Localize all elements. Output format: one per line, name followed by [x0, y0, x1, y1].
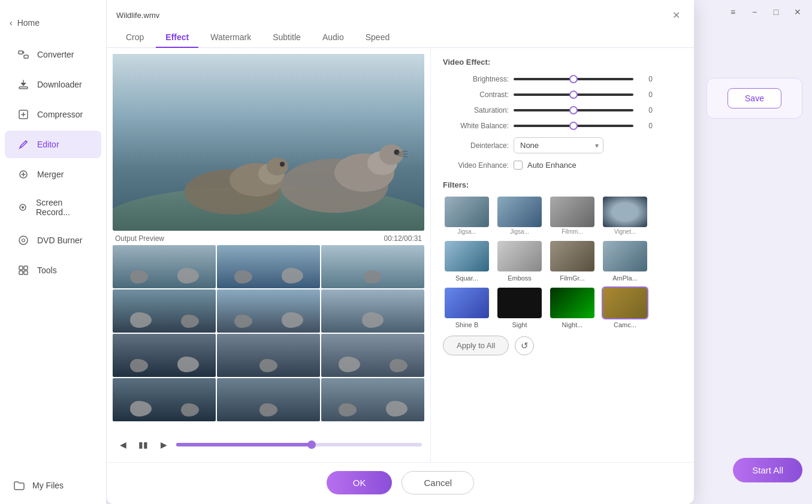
filter-item-emboss[interactable]: Emboss [496, 240, 544, 282]
svg-rect-11 [19, 271, 23, 274]
filter-thumb-ampla [602, 240, 648, 273]
thumb-cell[interactable] [113, 334, 216, 377]
filter-item-camcorder[interactable]: Camc... [601, 286, 649, 328]
white-balance-slider[interactable] [514, 125, 633, 127]
saturation-slider[interactable] [514, 109, 633, 111]
filter-thumb-square [443, 240, 490, 273]
sidebar-item-dvd-burner[interactable]: DVD Burner [5, 227, 101, 254]
filter-item-ampla[interactable]: AmPla... [601, 240, 649, 282]
menu-icon-button[interactable]: ≡ [725, 4, 741, 20]
sidebar-item-label: Editor [37, 140, 59, 149]
sidebar: ‹ Home Converter Downloader Compressor E… [0, 0, 107, 504]
sidebar-item-editor[interactable]: Editor [5, 131, 101, 158]
main-dialog: Wildlife.wmv ✕ Crop Effect Watermark Sub… [107, 0, 694, 504]
sidebar-home-label: Home [17, 18, 40, 28]
filter-thumb-jigsaw2 [496, 195, 543, 228]
dialog-close-button[interactable]: ✕ [668, 7, 684, 23]
filter-item-jigsaw1[interactable]: Jigsa... [443, 195, 491, 235]
sidebar-item-downloader[interactable]: Downloader [5, 71, 101, 98]
close-window-button[interactable]: ✕ [789, 4, 806, 20]
cancel-button[interactable]: Cancel [402, 471, 474, 494]
filter-name-shineb: Shine B [455, 321, 479, 328]
thumb-cell[interactable] [113, 245, 216, 288]
filter-thumb-jigsaw1 [443, 195, 490, 228]
filter-thumb-filmmill [549, 195, 596, 228]
video-thumbnails [113, 245, 424, 433]
svg-rect-10 [24, 266, 28, 270]
video-controls: ◀ ▮▮ ▶ [113, 433, 424, 456]
pause-button[interactable]: ▮▮ [135, 437, 151, 452]
thumb-cell[interactable] [217, 334, 320, 377]
sidebar-item-tools[interactable]: Tools [5, 256, 101, 284]
brightness-slider[interactable] [514, 78, 633, 80]
thumb-cell[interactable] [321, 334, 424, 377]
sidebar-item-label: Downloader [37, 80, 82, 89]
filter-item-night[interactable]: Night... [548, 286, 596, 328]
deinterlace-select[interactable]: None Bob Weave Blend [514, 137, 603, 153]
tab-subtitle[interactable]: Subtitle [263, 28, 310, 48]
svg-rect-12 [24, 271, 28, 274]
progress-fill [176, 443, 312, 446]
converter-icon [17, 48, 30, 61]
filter-item-filmgrain[interactable]: FilmGr... [548, 240, 596, 282]
contrast-slider[interactable] [514, 93, 633, 96]
sidebar-item-converter[interactable]: Converter [5, 41, 101, 68]
thumb-row-4 [113, 378, 424, 421]
start-all-button[interactable]: Start All [733, 458, 802, 482]
dialog-tabs: Crop Effect Watermark Subtitle Audio Spe… [107, 24, 694, 48]
tools-icon [17, 264, 30, 277]
tab-crop[interactable]: Crop [116, 28, 153, 48]
filter-item-filmmill[interactable]: Filmm... [548, 195, 596, 235]
brightness-row: Brightness: 0 [443, 75, 682, 83]
filter-item-square[interactable]: Squar... [443, 240, 491, 282]
thumb-cell[interactable] [113, 378, 216, 421]
filter-name-vignette: Vignet... [602, 228, 648, 235]
thumb-cell[interactable] [217, 245, 320, 288]
tab-audio[interactable]: Audio [313, 28, 354, 48]
sidebar-item-merger[interactable]: Merger [5, 161, 101, 188]
minimize-button[interactable]: − [746, 4, 763, 20]
saturation-label: Saturation: [443, 106, 509, 114]
tab-speed[interactable]: Speed [356, 28, 399, 48]
filter-name-filmgrain: FilmGr... [560, 274, 585, 282]
filter-thumb-camcorder [602, 286, 648, 319]
save-button[interactable]: Save [728, 88, 781, 108]
ok-button[interactable]: OK [327, 471, 393, 494]
filter-item-jigsaw2[interactable]: Jigsa... [496, 195, 544, 235]
apply-to-all-button[interactable]: Apply to All [443, 336, 509, 355]
myfiles-icon [12, 479, 25, 492]
white-balance-label: White Balance: [443, 122, 509, 130]
filter-item-shineb[interactable]: Shine B [443, 286, 491, 328]
auto-enhance-checkbox[interactable] [514, 161, 523, 170]
svg-point-23 [379, 144, 403, 165]
thumb-cell[interactable] [217, 378, 320, 421]
thumb-cell[interactable] [113, 289, 216, 333]
tab-effect[interactable]: Effect [156, 28, 198, 48]
tab-watermark[interactable]: Watermark [201, 28, 261, 48]
sidebar-item-myfiles[interactable]: My Files [12, 479, 94, 492]
reset-button[interactable]: ↺ [515, 336, 534, 355]
prev-button[interactable]: ◀ [115, 437, 131, 452]
window-chrome: ≡ − □ ✕ [692, 0, 812, 24]
svg-rect-9 [19, 266, 23, 270]
thumb-cell[interactable] [321, 378, 424, 421]
filter-item-sight[interactable]: Sight [496, 286, 544, 328]
sidebar-item-screen-recorder[interactable]: Screen Record... [5, 191, 101, 224]
thumb-row-2 [113, 289, 424, 333]
saturation-row: Saturation: 0 [443, 106, 682, 114]
filters-scroll: Jigsa... Jigsa... Filmm... [443, 195, 682, 333]
maximize-button[interactable]: □ [768, 4, 784, 20]
progress-bar[interactable] [176, 443, 422, 446]
myfiles-label: My Files [32, 481, 64, 490]
sidebar-back-button[interactable]: ‹ Home [0, 12, 106, 40]
video-timestamp: 00:12/00:31 [384, 234, 422, 243]
sidebar-item-compressor[interactable]: Compressor [5, 101, 101, 128]
auto-enhance-label: Auto Enhance [527, 161, 576, 170]
thumb-cell[interactable] [217, 289, 320, 333]
filters-label: Filters: [443, 180, 682, 189]
enhance-row: Video Enhance: Auto Enhance [443, 161, 682, 170]
next-button[interactable]: ▶ [156, 437, 171, 452]
thumb-cell[interactable] [321, 289, 424, 333]
thumb-cell[interactable] [321, 245, 424, 288]
filter-item-vignette[interactable]: Vignet... [601, 195, 649, 235]
